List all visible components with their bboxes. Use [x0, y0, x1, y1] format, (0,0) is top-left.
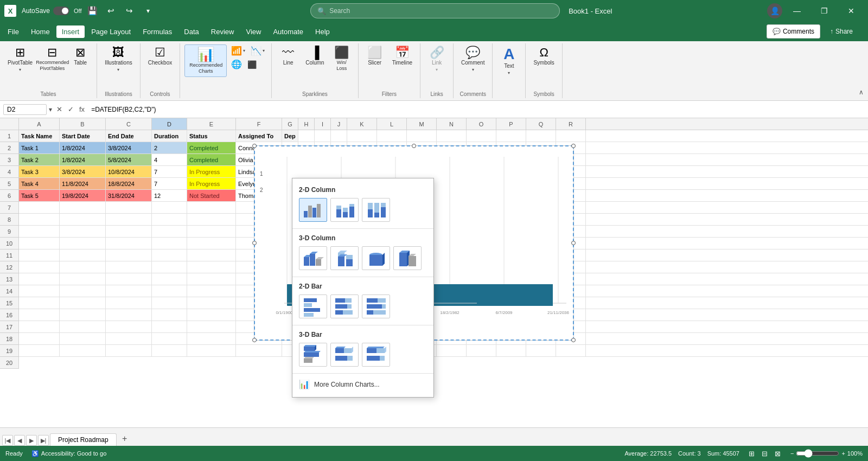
menu-view[interactable]: View: [240, 25, 266, 38]
cell-reference-input[interactable]: [3, 104, 47, 115]
col-header-g[interactable]: G: [282, 118, 298, 130]
share-button[interactable]: ↑ Share: [824, 25, 859, 38]
cell-a2[interactable]: Task 1: [19, 142, 60, 153]
row-num-15[interactable]: 15: [0, 297, 19, 309]
winloss-sparkline-button[interactable]: ⬛ Win/Loss: [330, 44, 354, 74]
page-layout-view-button[interactable]: ⊟: [759, 447, 771, 459]
table-button[interactable]: ⊠ Table: [68, 44, 92, 68]
col-header-c[interactable]: C: [106, 118, 152, 130]
cell-c5[interactable]: 18/8/2024: [106, 178, 152, 189]
2d-bar-100percent-button[interactable]: [362, 294, 390, 318]
restore-button[interactable]: ❐: [812, 0, 837, 22]
row-num-9[interactable]: 9: [0, 226, 19, 238]
cancel-formula-icon[interactable]: ✕: [54, 105, 65, 113]
bar-chart-button[interactable]: 📉 ▾: [248, 44, 267, 57]
cell-e4[interactable]: In Progress: [187, 166, 236, 177]
redo-icon[interactable]: ↪: [122, 3, 137, 18]
recommended-charts-button[interactable]: 📊 Recommended Charts: [184, 44, 227, 77]
quick-access-more[interactable]: ▾: [141, 3, 156, 18]
cell-a3[interactable]: Task 2: [19, 154, 60, 165]
row-num-2[interactable]: 2: [0, 142, 19, 154]
3d-col-stacked-button[interactable]: [330, 246, 359, 270]
sheet-nav-next[interactable]: ▶: [26, 435, 37, 446]
menu-data[interactable]: Data: [178, 25, 204, 38]
col-header-a[interactable]: A: [19, 118, 60, 130]
text-button[interactable]: A Text ▾: [497, 44, 521, 78]
cell-c1[interactable]: End Date: [106, 130, 152, 142]
search-box[interactable]: 🔍: [310, 3, 560, 18]
cell-k1[interactable]: [347, 130, 377, 142]
line-sparkline-button[interactable]: 〰 Line: [276, 44, 300, 68]
cell-e5[interactable]: In Progress: [187, 178, 236, 189]
cell-b1[interactable]: Start Date: [60, 130, 106, 142]
ribbon-expand[interactable]: ∧: [854, 43, 868, 98]
user-avatar[interactable]: 👤: [767, 3, 782, 18]
row-num-3[interactable]: 3: [0, 154, 19, 166]
col-header-j[interactable]: J: [331, 118, 347, 130]
menu-page-layout[interactable]: Page Layout: [86, 25, 136, 38]
row-num-20[interactable]: 20: [0, 357, 19, 369]
cell-r1[interactable]: [556, 130, 586, 142]
formula-input[interactable]: [89, 106, 865, 113]
row-num-18[interactable]: 18: [0, 333, 19, 345]
menu-automate[interactable]: Automate: [267, 25, 309, 38]
zoom-in-icon[interactable]: +: [841, 450, 845, 457]
checkbox-button[interactable]: ☑ Checkbox: [145, 44, 175, 68]
add-sheet-button[interactable]: +: [118, 432, 132, 446]
row-num-11[interactable]: 11: [0, 249, 19, 261]
row-num-7[interactable]: 7: [0, 202, 19, 214]
3d-bar-100percent-button[interactable]: [362, 343, 390, 367]
cell-g1[interactable]: Dep: [282, 130, 298, 142]
comments-button[interactable]: 💬 Comments: [767, 24, 820, 39]
cell-m1[interactable]: [407, 130, 437, 142]
row-num-4[interactable]: 4: [0, 166, 19, 178]
cell-b4[interactable]: 3/8/2024: [60, 166, 106, 177]
cell-b2[interactable]: 1/8/2024: [60, 142, 106, 153]
col-header-o[interactable]: O: [467, 118, 496, 130]
2d-bar-stacked-button[interactable]: [330, 294, 359, 318]
cell-e6[interactable]: Not Started: [187, 190, 236, 201]
cell-i1[interactable]: [315, 130, 331, 142]
menu-formulas[interactable]: Formulas: [137, 25, 177, 38]
cell-c6[interactable]: 31/8/2024: [106, 190, 152, 201]
cell-p1[interactable]: [496, 130, 526, 142]
row-num-16[interactable]: 16: [0, 309, 19, 321]
cell-c4[interactable]: 10/8/2024: [106, 166, 152, 177]
cell-a5[interactable]: Task 4: [19, 178, 60, 189]
col-header-p[interactable]: P: [496, 118, 526, 130]
cell-b5[interactable]: 11/8/2024: [60, 178, 106, 189]
row-num-6[interactable]: 6: [0, 190, 19, 202]
col-header-n[interactable]: N: [437, 118, 467, 130]
cell-o1[interactable]: [467, 130, 496, 142]
insert-function-icon[interactable]: fx: [77, 105, 87, 113]
row-num-13[interactable]: 13: [0, 273, 19, 285]
cell-e2[interactable]: Completed: [187, 142, 236, 153]
row-num-12[interactable]: 12: [0, 261, 19, 273]
cell-c3[interactable]: 5/8/2024: [106, 154, 152, 165]
symbols-button[interactable]: Ω Symbols: [530, 44, 557, 68]
sheet-nav-first[interactable]: |◀: [2, 435, 13, 446]
normal-view-button[interactable]: ⊞: [746, 447, 758, 459]
menu-help[interactable]: Help: [310, 25, 335, 38]
2d-bar-clustered-button[interactable]: [299, 294, 327, 318]
row-num-8[interactable]: 8: [0, 214, 19, 226]
minimize-button[interactable]: —: [784, 0, 809, 22]
row-num-10[interactable]: 10: [0, 238, 19, 249]
menu-review[interactable]: Review: [206, 25, 240, 38]
row-num-1[interactable]: 1: [0, 130, 19, 142]
link-button[interactable]: 🔗 Link ▾: [425, 44, 449, 74]
cell-a6[interactable]: Task 5: [19, 190, 60, 201]
more-column-charts-button[interactable]: 📊 More Column Charts...: [292, 376, 433, 393]
cell-h1[interactable]: [298, 130, 315, 142]
cell-d2[interactable]: 2: [152, 142, 187, 153]
column-sparkline-button[interactable]: ▐ Column: [302, 44, 327, 68]
cell-f1[interactable]: Assigned To: [236, 130, 282, 142]
undo-icon[interactable]: ↩: [104, 3, 119, 18]
row-num-14[interactable]: 14: [0, 285, 19, 297]
globe-chart-button[interactable]: 🌐: [229, 58, 244, 71]
col-header-e[interactable]: E: [187, 118, 236, 130]
menu-insert[interactable]: Insert: [56, 25, 85, 38]
page-break-view-button[interactable]: ⊠: [772, 447, 784, 459]
recommended-pivot-button[interactable]: ⊟ Recommended PivotTables: [38, 44, 66, 74]
col-header-i[interactable]: I: [315, 118, 331, 130]
